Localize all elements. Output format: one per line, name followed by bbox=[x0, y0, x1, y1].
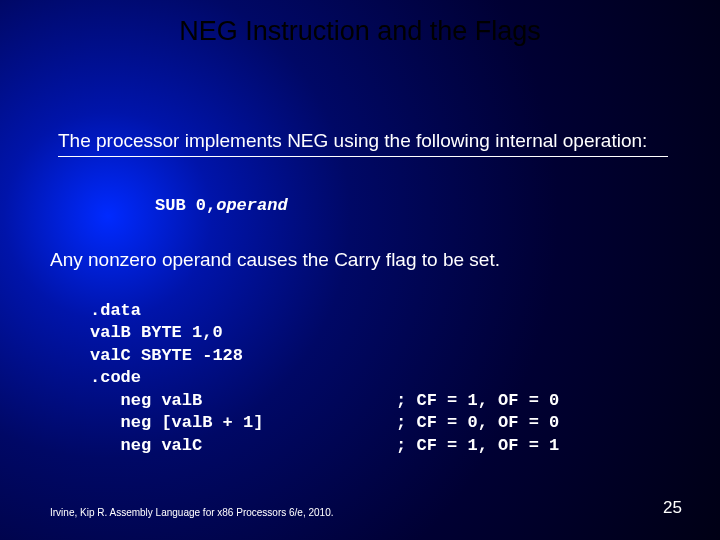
paragraph-intro: The processor implements NEG using the f… bbox=[58, 128, 668, 157]
slide: NEG Instruction and the Flags The proces… bbox=[0, 0, 720, 540]
page-number: 25 bbox=[663, 498, 682, 518]
footer-citation: Irvine, Kip R. Assembly Language for x86… bbox=[50, 507, 334, 518]
code-example: .data valB BYTE 1,0 valC SBYTE -128 .cod… bbox=[90, 300, 559, 457]
sub-instruction: SUB 0,operand bbox=[155, 196, 288, 215]
paragraph-carryflag: Any nonzero operand causes the Carry fla… bbox=[50, 248, 670, 273]
sub-prefix: SUB 0, bbox=[155, 196, 216, 215]
slide-title: NEG Instruction and the Flags bbox=[0, 16, 720, 47]
sub-operand: operand bbox=[216, 196, 287, 215]
